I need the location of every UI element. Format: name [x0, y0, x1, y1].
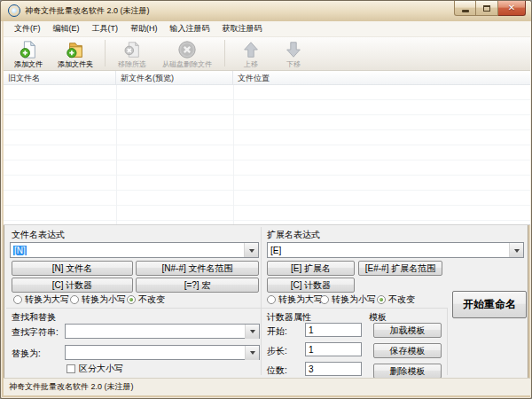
extension-expression-value: [E]: [268, 246, 509, 255]
menu-file[interactable]: 文件(F): [8, 21, 47, 36]
counter-digits-input[interactable]: [305, 362, 362, 376]
add-folder-button[interactable]: 添加文件夹: [51, 39, 100, 69]
radio-label: 转换为小写: [82, 293, 126, 306]
template-label: 模板: [369, 311, 387, 324]
chevron-down-icon[interactable]: [245, 325, 259, 339]
counter-start-label: 开始:: [267, 325, 287, 338]
radio-icon: [127, 295, 136, 304]
insert-counter-button[interactable]: [C] 计数器: [12, 278, 133, 293]
menu-tools[interactable]: 工具(T): [86, 21, 125, 36]
filename-expression-label: 文件名表达式: [12, 229, 65, 241]
toolbar: 添加文件 添加文件夹 移除所选: [4, 37, 530, 71]
radio-icon: [377, 295, 386, 304]
toolbar-label: 从磁盘删除文件: [162, 59, 212, 69]
insert-extension-range-button[interactable]: [E#-#] 扩展名范围: [358, 261, 442, 276]
load-template-button[interactable]: 加载模板: [373, 323, 442, 338]
extension-lowercase-radio[interactable]: 转换为小写: [320, 293, 376, 306]
menu-get-regcode[interactable]: 获取注册码: [216, 21, 269, 36]
file-list-body[interactable]: [4, 85, 530, 224]
find-string-combo[interactable]: [65, 324, 260, 339]
insert-ext-counter-button[interactable]: [C] 计数器: [267, 278, 355, 293]
checkbox-label: 区分大小写: [79, 363, 123, 375]
remove-selected-button[interactable]: 移除所选: [110, 39, 154, 69]
toolbar-label: 添加文件夹: [58, 59, 93, 69]
add-file-icon: [18, 40, 39, 59]
radio-label: 不改变: [138, 293, 165, 306]
filename-expression-combo[interactable]: [N]: [10, 242, 259, 258]
remove-selected-icon: [121, 40, 143, 59]
counter-digits-label: 位数:: [267, 364, 287, 377]
extension-expression-label: 扩展名表达式: [267, 229, 320, 241]
delete-template-button[interactable]: 删除模板: [373, 364, 442, 379]
move-up-icon: [240, 40, 262, 59]
filename-keepcase-radio[interactable]: 不改变: [127, 293, 165, 306]
panel-divider: [6, 308, 447, 309]
toolbar-separator: [105, 40, 106, 66]
column-gridline: [116, 85, 117, 224]
maximize-icon: [483, 5, 490, 12]
insert-extension-button[interactable]: [E] 扩展名: [267, 261, 355, 276]
column-file-location[interactable]: 文件位置: [233, 71, 530, 84]
extension-keepcase-radio[interactable]: 不改变: [377, 293, 415, 306]
insert-filename-range-button[interactable]: [N#-#] 文件名范围: [136, 261, 259, 276]
menu-edit[interactable]: 编辑(E): [47, 21, 86, 36]
save-template-button[interactable]: 保存模板: [373, 343, 442, 358]
insert-macro-button[interactable]: [=?] 宏: [136, 278, 259, 293]
panel-divider: [261, 227, 262, 375]
replace-with-combo[interactable]: [65, 345, 260, 360]
app-icon: [8, 4, 20, 17]
menubar: 文件(F) 编辑(E) 工具(T) 帮助(H) 输入注册码 获取注册码: [4, 21, 530, 37]
radio-icon: [267, 295, 276, 304]
radio-label: 不改变: [388, 293, 415, 306]
toolbar-label: 下移: [286, 59, 301, 69]
toolbar-label: 上移: [244, 59, 258, 69]
radio-label: 转换为小写: [332, 293, 376, 306]
column-gridline: [233, 85, 234, 224]
extension-expression-combo[interactable]: [E]: [267, 242, 524, 258]
radio-icon: [70, 295, 79, 304]
chevron-down-icon[interactable]: [244, 243, 258, 257]
close-button[interactable]: ✕: [498, 1, 526, 16]
radio-label: 转换为大写: [278, 293, 323, 306]
filename-uppercase-radio[interactable]: 转换为大写: [13, 293, 69, 306]
counter-step-input[interactable]: [305, 342, 362, 356]
radio-icon: [320, 295, 329, 304]
chevron-down-icon[interactable]: [245, 346, 259, 360]
file-list-header: 旧文件名 新文件名(预览) 文件位置: [4, 71, 530, 85]
filename-expression-value: [N]: [13, 246, 27, 255]
chevron-down-icon[interactable]: [509, 243, 523, 257]
column-old-filename[interactable]: 旧文件名: [4, 71, 116, 84]
counter-step-label: 步长:: [267, 345, 287, 357]
find-replace-label: 查找和替换: [12, 311, 56, 324]
radio-label: 转换为大写: [25, 293, 69, 306]
replace-with-label: 替换为:: [12, 348, 41, 360]
app-window: 神奇文件批量改名软件 2.0 (未注册) ✕ 文件(F) 编辑(E) 工具(T)…: [0, 0, 532, 399]
counter-properties-label: 计数器属性: [267, 311, 311, 324]
titlebar: 神奇文件批量改名软件 2.0 (未注册) ✕: [1, 1, 531, 21]
file-list[interactable]: 旧文件名 新文件名(预览) 文件位置: [4, 71, 530, 225]
filename-lowercase-radio[interactable]: 转换为小写: [70, 293, 126, 306]
minimize-icon: [462, 10, 469, 12]
column-new-filename[interactable]: 新文件名(预览): [116, 71, 233, 84]
delete-from-disk-icon: [176, 40, 198, 59]
checkbox-icon: [66, 364, 75, 373]
case-sensitive-checkbox[interactable]: 区分大小写: [66, 363, 123, 375]
menu-help[interactable]: 帮助(H): [124, 21, 164, 36]
move-up-button[interactable]: 上移: [230, 39, 272, 69]
insert-filename-button[interactable]: [N] 文件名: [12, 261, 133, 276]
counter-start-input[interactable]: [305, 323, 362, 337]
extension-uppercase-radio[interactable]: 转换为大写: [267, 293, 323, 306]
maximize-button[interactable]: [476, 1, 498, 16]
add-file-button[interactable]: 添加文件: [6, 39, 51, 69]
start-rename-button[interactable]: 开始重命名: [452, 291, 527, 318]
statusbar: 神奇文件批量改名软件 2.0 (未注册): [4, 378, 530, 395]
close-icon: ✕: [508, 4, 515, 12]
move-down-button[interactable]: 下移: [272, 39, 315, 69]
menu-enter-regcode[interactable]: 输入注册码: [164, 21, 216, 36]
panel-divider: [447, 308, 448, 375]
delete-from-disk-button[interactable]: 从磁盘删除文件: [154, 39, 220, 69]
minimize-button[interactable]: [454, 1, 476, 16]
radio-icon: [13, 295, 22, 304]
find-string-label: 查找字符串:: [12, 326, 59, 339]
move-down-icon: [283, 40, 304, 59]
